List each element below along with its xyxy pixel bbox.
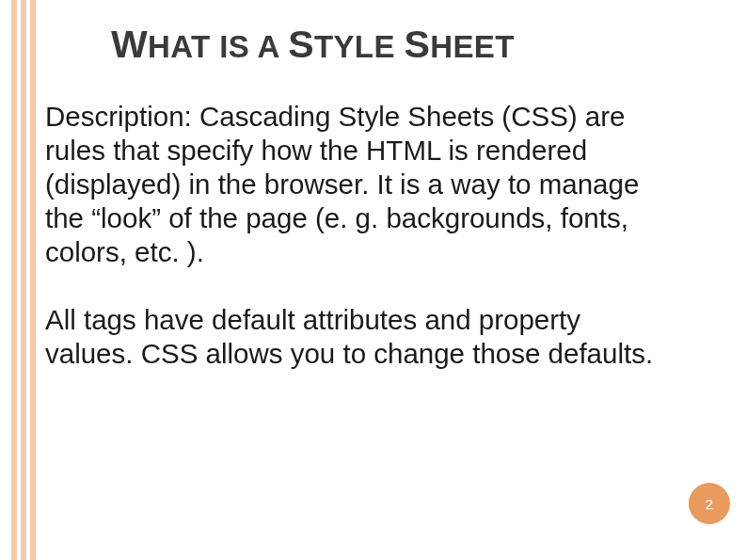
title-seg-3: HEET	[430, 29, 515, 64]
slide-body: Description: Cascading Style Sheets (CSS…	[45, 100, 666, 405]
page-number-badge: 2	[689, 483, 730, 524]
slide-title: WHAT IS A STYLE SHEET	[111, 23, 515, 67]
page-number: 2	[706, 496, 713, 512]
title-cap-s1: S	[288, 23, 314, 66]
side-stripe-inner	[21, 0, 26, 560]
paragraph-1: Description: Cascading Style Sheets (CSS…	[45, 100, 666, 269]
title-cap-w: W	[111, 23, 148, 66]
paragraph-2: All tags have default attributes and pro…	[45, 303, 666, 371]
title-seg-1: HAT IS A	[148, 29, 288, 64]
title-seg-2: TYLE	[314, 29, 405, 64]
title-cap-s2: S	[404, 23, 430, 66]
